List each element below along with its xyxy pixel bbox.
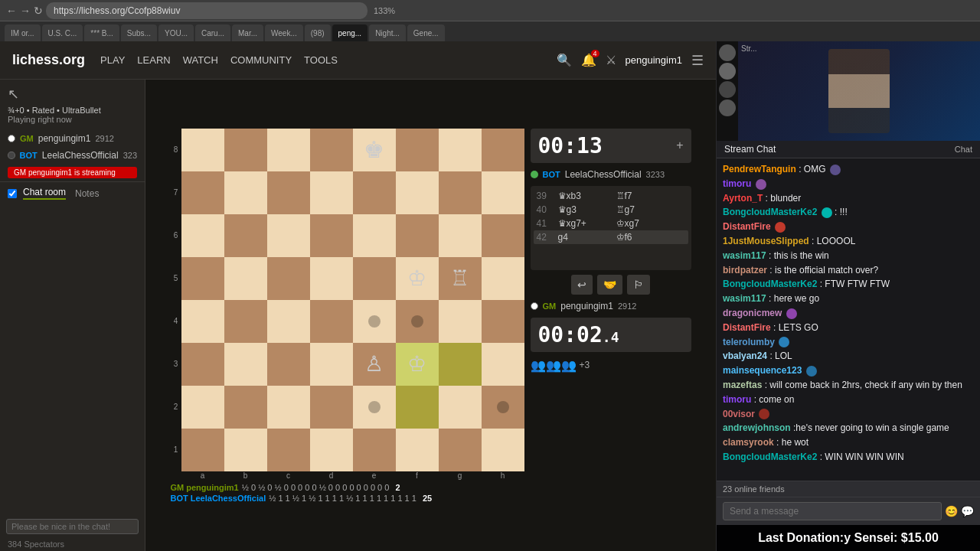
tab-caru[interactable]: Caru... xyxy=(195,24,230,41)
square-c7[interactable] xyxy=(267,171,310,214)
timer-add-icon[interactable]: + xyxy=(676,139,683,152)
square-h4[interactable] xyxy=(482,300,524,343)
address-bar[interactable]: https://lichess.org/Ccofp88wiuv xyxy=(46,2,368,19)
square-f3[interactable]: ♔ xyxy=(396,343,439,386)
resign-button[interactable]: 🏳 xyxy=(627,275,650,295)
menu-icon[interactable]: ☰ xyxy=(691,52,704,69)
nav-community[interactable]: COMMUNITY xyxy=(230,54,292,66)
stream-avatar-1[interactable] xyxy=(719,44,736,61)
square-g8[interactable] xyxy=(439,129,482,171)
square-h2[interactable] xyxy=(482,386,524,429)
square-h1[interactable] xyxy=(482,429,524,471)
square-f1[interactable] xyxy=(396,429,439,471)
square-d4[interactable] xyxy=(310,300,353,343)
tab-night[interactable]: Night... xyxy=(369,24,406,41)
tab-98[interactable]: (98) xyxy=(305,24,331,41)
square-e6[interactable] xyxy=(353,214,396,257)
square-b7[interactable] xyxy=(224,171,267,214)
square-d5[interactable] xyxy=(310,257,353,300)
square-d3[interactable] xyxy=(310,343,353,386)
nav-watch[interactable]: WATCH xyxy=(183,54,218,66)
square-g5[interactable]: ♖ xyxy=(439,257,482,300)
square-d6[interactable] xyxy=(310,214,353,257)
square-d2[interactable] xyxy=(310,386,353,429)
square-g1[interactable] xyxy=(439,429,482,471)
chat-input[interactable] xyxy=(6,519,139,534)
square-b2[interactable] xyxy=(224,386,267,429)
nav-play[interactable]: PLAY xyxy=(100,54,125,66)
back-button[interactable]: ← xyxy=(6,5,17,17)
square-e1[interactable] xyxy=(353,429,396,471)
square-h5[interactable] xyxy=(482,257,524,300)
square-b5[interactable] xyxy=(224,257,267,300)
chat-tab-label[interactable]: Chat room xyxy=(23,187,66,200)
square-e2[interactable] xyxy=(353,386,396,429)
tab-usc[interactable]: U.S. C... xyxy=(42,24,83,41)
square-g4[interactable] xyxy=(439,300,482,343)
square-g7[interactable] xyxy=(439,171,482,214)
draw-button[interactable]: 🤝 xyxy=(597,275,622,295)
square-d7[interactable] xyxy=(310,171,353,214)
square-g3[interactable] xyxy=(439,343,482,386)
square-a6[interactable] xyxy=(181,214,224,257)
square-f7[interactable] xyxy=(396,171,439,214)
stream-chat-input[interactable] xyxy=(723,502,942,520)
tab-gene[interactable]: Gene... xyxy=(407,24,445,41)
nav-tools[interactable]: TOOLS xyxy=(304,54,338,66)
square-f6[interactable] xyxy=(396,214,439,257)
square-f2[interactable] xyxy=(396,386,439,429)
stream-avatar-2[interactable] xyxy=(719,63,736,80)
tab-you[interactable]: YOU... xyxy=(158,24,194,41)
square-h8[interactable] xyxy=(482,129,524,171)
square-d1[interactable] xyxy=(310,429,353,471)
square-c6[interactable] xyxy=(267,214,310,257)
square-c2[interactable] xyxy=(267,386,310,429)
tab-subs[interactable]: Subs... xyxy=(121,24,157,41)
square-f4[interactable] xyxy=(396,300,439,343)
tab-imoracle[interactable]: IM or... xyxy=(5,24,41,41)
online-friends-bar[interactable]: 23 online friends xyxy=(717,481,980,497)
notes-tab-label[interactable]: Notes xyxy=(75,188,99,199)
challenge-icon[interactable]: ⚔ xyxy=(606,53,616,67)
notification-bell[interactable]: 🔔4 xyxy=(581,53,596,67)
stream-chat-send-icon[interactable]: 💬 xyxy=(961,505,974,517)
stream-avatar-3[interactable] xyxy=(719,81,736,98)
square-b8[interactable] xyxy=(224,129,267,171)
tab-peng[interactable]: peng... xyxy=(332,24,368,41)
square-c4[interactable] xyxy=(267,300,310,343)
square-b1[interactable] xyxy=(224,429,267,471)
nav-learn[interactable]: LEARN xyxy=(137,54,170,66)
stream-avatar-4[interactable] xyxy=(719,99,736,116)
square-c3[interactable] xyxy=(267,343,310,386)
square-h6[interactable] xyxy=(482,214,524,257)
white-player-card[interactable]: GM penguingim1 2912 xyxy=(0,130,145,147)
square-h3[interactable] xyxy=(482,343,524,386)
square-a1[interactable] xyxy=(181,429,224,471)
square-b4[interactable] xyxy=(224,300,267,343)
square-g6[interactable] xyxy=(439,214,482,257)
square-c8[interactable] xyxy=(267,129,310,171)
square-a4[interactable] xyxy=(181,300,224,343)
square-f5[interactable]: ♔ xyxy=(396,257,439,300)
square-f8[interactable] xyxy=(396,129,439,171)
square-e4[interactable] xyxy=(353,300,396,343)
username-display[interactable]: penguingim1 xyxy=(626,54,682,66)
lichess-logo[interactable]: lichess.org xyxy=(12,52,85,68)
square-d8[interactable] xyxy=(310,129,353,171)
tab-b[interactable]: *** B... xyxy=(84,24,119,41)
square-a5[interactable] xyxy=(181,257,224,300)
black-player-card[interactable]: BOT LeelaChessOfficial 323 xyxy=(0,147,145,164)
undo-button[interactable]: ↩ xyxy=(571,275,593,295)
square-a2[interactable] xyxy=(181,386,224,429)
square-e7[interactable] xyxy=(353,171,396,214)
square-a7[interactable] xyxy=(181,171,224,214)
square-b6[interactable] xyxy=(224,214,267,257)
square-c5[interactable] xyxy=(267,257,310,300)
square-e3[interactable]: ♙ xyxy=(353,343,396,386)
reload-button[interactable]: ↻ xyxy=(34,5,43,17)
square-h7[interactable] xyxy=(482,171,524,214)
square-g2[interactable] xyxy=(439,386,482,429)
tab-mar[interactable]: Mar... xyxy=(232,24,263,41)
square-e5[interactable] xyxy=(353,257,396,300)
square-c1[interactable] xyxy=(267,429,310,471)
